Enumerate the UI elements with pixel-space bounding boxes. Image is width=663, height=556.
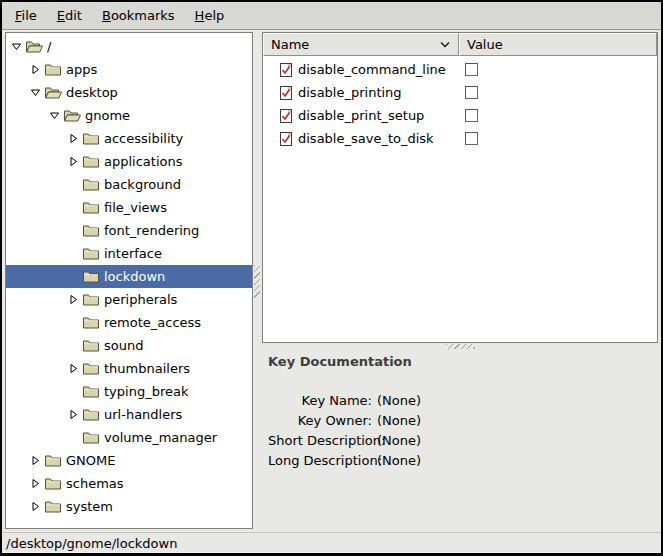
key-name-cell: disable_printing (263, 85, 458, 100)
tree-item-volume-manager[interactable]: volume_manager (6, 426, 252, 449)
tree-item-label: sound (104, 338, 143, 353)
pane-separator-horizontal[interactable] (262, 343, 658, 350)
expander-closed-icon[interactable] (29, 500, 42, 513)
tree-item-file-views[interactable]: file_views (6, 196, 252, 219)
key-documentation-panel: Key Documentation Key Name:(None)Key Own… (262, 350, 658, 529)
tree-item-peripherals[interactable]: peripherals (6, 288, 252, 311)
value-checkbox[interactable] (465, 109, 478, 122)
key-icon (280, 86, 292, 100)
folder-closed-icon (45, 63, 62, 76)
tree-item-sound[interactable]: sound (6, 334, 252, 357)
expander-spacer (67, 201, 80, 214)
expander-open-icon[interactable] (29, 86, 42, 99)
folder-closed-icon (83, 431, 100, 444)
key-row-disable-command-line[interactable]: disable_command_line (263, 58, 657, 81)
tree-item-applications[interactable]: applications (6, 150, 252, 173)
tree-item-label: schemas (66, 476, 124, 491)
key-name-label: disable_printing (298, 85, 402, 100)
pane-grip-icon[interactable] (254, 265, 260, 298)
expander-spacer (67, 316, 80, 329)
menu-help[interactable]: Help (185, 4, 235, 27)
tree-item-apps[interactable]: apps (6, 58, 252, 81)
key-value-cell (458, 63, 657, 76)
main-area: /appsdesktopgnomeaccessibilityapplicatio… (2, 30, 661, 532)
tree-item-font-rendering[interactable]: font_rendering (6, 219, 252, 242)
column-header-name[interactable]: Name (263, 33, 459, 56)
tree-item-label: lockdown (104, 269, 165, 284)
folder-closed-icon (83, 316, 100, 329)
expander-open-icon[interactable] (10, 40, 23, 53)
tree-item-label: / (47, 39, 51, 54)
tree-item-accessibility[interactable]: accessibility (6, 127, 252, 150)
value-checkbox[interactable] (465, 132, 478, 145)
key-value-cell (458, 132, 657, 145)
expander-open-icon[interactable] (48, 109, 61, 122)
expander-spacer (67, 178, 80, 191)
folder-closed-icon (83, 408, 100, 421)
key-row-disable-print-setup[interactable]: disable_print_setup (263, 104, 657, 127)
folder-closed-icon (83, 155, 100, 168)
tree-item-thumbnailers[interactable]: thumbnailers (6, 357, 252, 380)
expander-closed-icon[interactable] (67, 408, 80, 421)
tree-item-gnome[interactable]: gnome (6, 104, 252, 127)
menu-edit[interactable]: Edit (47, 4, 92, 27)
expander-closed-icon[interactable] (29, 477, 42, 490)
sort-chevron-down-icon (439, 41, 451, 49)
menu-bookmarks[interactable]: Bookmarks (92, 4, 185, 27)
expander-spacer (67, 431, 80, 444)
tree-item-gnome[interactable]: GNOME (6, 449, 252, 472)
key-name-cell: disable_command_line (263, 62, 458, 77)
tree-item-remote-access[interactable]: remote_access (6, 311, 252, 334)
tree-item-label: font_rendering (104, 223, 199, 238)
key-name-label: disable_save_to_disk (298, 131, 434, 146)
keydoc-field-label: Long Description: (268, 451, 372, 471)
key-value-cell (458, 86, 657, 99)
column-header-value[interactable]: Value (459, 33, 657, 56)
key-list-rows: disable_command_linedisable_printingdisa… (263, 56, 657, 342)
expander-spacer (67, 385, 80, 398)
key-row-disable-printing[interactable]: disable_printing (263, 81, 657, 104)
keydoc-field-value: (None) (377, 451, 421, 471)
tree-item-label: thumbnailers (104, 361, 190, 376)
expander-spacer (67, 224, 80, 237)
key-icon (280, 132, 292, 146)
right-pane: Name Value disable_command_linedisable_p… (262, 32, 658, 529)
tree-item-system[interactable]: system (6, 495, 252, 518)
tree-item-lockdown[interactable]: lockdown (6, 265, 252, 288)
tree-item-background[interactable]: background (6, 173, 252, 196)
statusbar-path: /desktop/gnome/lockdown (6, 536, 177, 551)
tree-item-root[interactable]: / (6, 35, 252, 58)
key-name-cell: disable_print_setup (263, 108, 458, 123)
expander-closed-icon[interactable] (67, 155, 80, 168)
value-checkbox[interactable] (465, 63, 478, 76)
tree-item-label: volume_manager (104, 430, 217, 445)
keydoc-row-short-description: Short Description:(None) (268, 431, 652, 451)
menu-file[interactable]: File (5, 4, 47, 27)
expander-closed-icon[interactable] (67, 362, 80, 375)
tree-item-interface[interactable]: interface (6, 242, 252, 265)
tree-item-label: accessibility (104, 131, 183, 146)
value-checkbox[interactable] (465, 86, 478, 99)
key-name-cell: disable_save_to_disk (263, 131, 458, 146)
expander-closed-icon[interactable] (67, 132, 80, 145)
tree-item-typing-break[interactable]: typing_break (6, 380, 252, 403)
tree-item-schemas[interactable]: schemas (6, 472, 252, 495)
tree-item-desktop[interactable]: desktop (6, 81, 252, 104)
keydoc-row-long-description: Long Description:(None) (268, 451, 652, 471)
key-row-disable-save-to-disk[interactable]: disable_save_to_disk (263, 127, 657, 150)
expander-closed-icon[interactable] (67, 293, 80, 306)
pane-grip-icon[interactable] (446, 344, 475, 349)
tree-item-label: system (66, 499, 113, 514)
folder-closed-icon (83, 247, 100, 260)
expander-closed-icon[interactable] (29, 63, 42, 76)
tree-item-url-handlers[interactable]: url-handlers (6, 403, 252, 426)
pane-separator-vertical[interactable] (253, 32, 262, 529)
tree-item-label: peripherals (104, 292, 177, 307)
folder-open-icon (64, 109, 81, 122)
folder-closed-icon (83, 339, 100, 352)
folder-closed-icon (83, 224, 100, 237)
folder-open-icon (45, 86, 62, 99)
tree-item-label: typing_break (104, 384, 188, 399)
expander-closed-icon[interactable] (29, 454, 42, 467)
key-value-cell (458, 109, 657, 122)
